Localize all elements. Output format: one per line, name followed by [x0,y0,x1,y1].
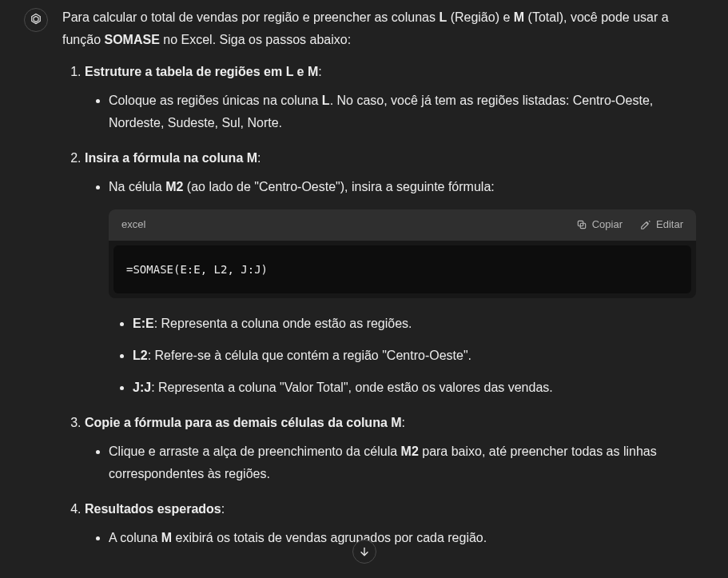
step-4: Resultados esperados: A coluna M exibirá… [85,498,696,549]
code-content[interactable]: =SOMASE(E:E, L2, J:J) [113,245,691,294]
step-1: Estruture a tabela de regiões em L e M: … [85,61,696,134]
intro-paragraph: Para calcular o total de vendas por regi… [62,6,696,51]
copy-button[interactable]: Copiar [576,216,623,234]
copy-icon [576,219,587,230]
code-header: excel Copiar Editar [109,209,696,241]
step-4-bullet: A coluna M exibirá os totais de vendas a… [109,527,696,549]
message-content: Para calcular o total de vendas por regi… [62,6,704,562]
explain-jj: J:J: Representa a coluna "Valor Total", … [133,377,696,399]
step-1-bullet: Coloque as regiões únicas na coluna L. N… [109,90,696,134]
assistant-avatar [24,8,48,32]
openai-logo-icon [29,13,43,27]
scroll-down-button[interactable] [352,540,376,564]
arrow-down-icon [358,545,371,558]
steps-list: Estruture a tabela de regiões em L e M: … [62,61,696,549]
code-lang-label: excel [121,216,145,234]
step-3: Copie a fórmula para as demais células d… [85,412,696,485]
edit-button[interactable]: Editar [640,216,683,234]
code-block: excel Copiar Editar [109,209,696,298]
explain-ee: E:E: Representa a coluna onde estão as r… [133,313,696,335]
step-2: Insira a fórmula na coluna M: Na célula … [85,147,696,399]
step-3-bullet: Clique e arraste a alça de preenchimento… [109,440,696,485]
explain-l2: L2: Refere-se à célula que contém a regi… [133,345,696,367]
edit-icon [640,219,651,230]
step-2-bullet-formula: Na célula M2 (ao lado de "Centro-Oeste")… [109,176,696,399]
